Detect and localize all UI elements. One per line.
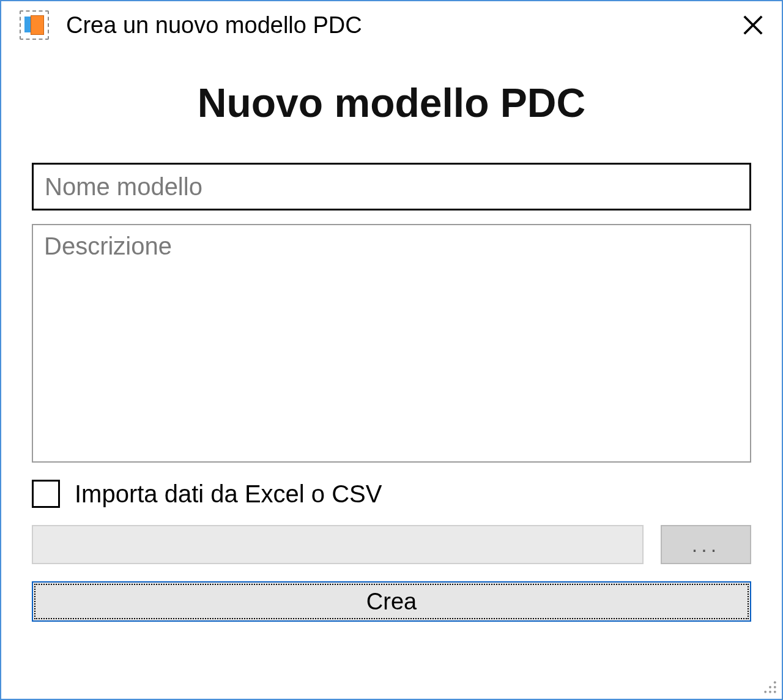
- import-checkbox-row: Importa dati da Excel o CSV: [32, 480, 751, 508]
- svg-point-2: [774, 681, 776, 683]
- filepath-input: [32, 525, 644, 564]
- svg-point-6: [769, 691, 771, 693]
- svg-point-5: [774, 691, 776, 693]
- import-checkbox[interactable]: [32, 480, 60, 508]
- svg-point-4: [769, 686, 771, 688]
- close-icon: [741, 13, 765, 37]
- close-button[interactable]: [735, 7, 771, 43]
- app-icon: [20, 10, 49, 40]
- svg-point-3: [774, 686, 776, 688]
- resize-grip-icon: [762, 679, 778, 695]
- browse-button[interactable]: ...: [661, 525, 751, 564]
- svg-point-7: [764, 691, 766, 693]
- description-input[interactable]: [32, 224, 751, 463]
- import-checkbox-label[interactable]: Importa dati da Excel o CSV: [75, 480, 382, 508]
- window-title: Crea un nuovo modello PDC: [66, 12, 735, 39]
- dialog-window: Crea un nuovo modello PDC Nuovo modello …: [0, 0, 783, 700]
- titlebar: Crea un nuovo modello PDC: [1, 1, 782, 49]
- dialog-content: Nuovo modello PDC Importa dati da Excel …: [1, 49, 782, 699]
- model-name-input[interactable]: [32, 163, 751, 210]
- main-heading: Nuovo modello PDC: [32, 80, 751, 126]
- filepath-row: ...: [32, 525, 751, 564]
- create-button[interactable]: Crea: [32, 581, 751, 622]
